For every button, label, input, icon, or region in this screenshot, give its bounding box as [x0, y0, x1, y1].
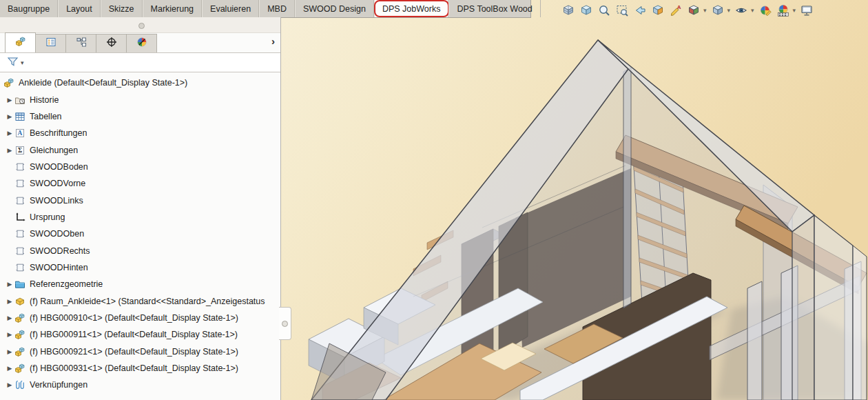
propertymanager-icon	[45, 37, 56, 50]
assembly-icon	[14, 363, 26, 374]
view-orientation-icon[interactable]	[686, 3, 701, 18]
assembly-icon	[14, 312, 26, 323]
expand-arrow-icon[interactable]: ▶	[6, 147, 14, 154]
expand-arrow-icon[interactable]: ▶	[6, 113, 14, 120]
apply-scene-icon[interactable]	[776, 3, 791, 18]
tree-item-f[interactable]: ▶(f) HBG000921<1> (Default<Default_Displ…	[0, 343, 280, 360]
tree-item-swoodboden[interactable]: SWOODBoden	[0, 159, 280, 175]
equations-icon: Σ	[14, 144, 26, 156]
dimxpertmanager-icon	[106, 37, 117, 50]
tree-item-swoodlinks[interactable]: SWOODLinks	[0, 192, 280, 208]
tree-item-label: Gleichungen	[30, 146, 78, 155]
section-view-icon[interactable]	[650, 3, 665, 18]
zoom-to-area-icon[interactable]	[614, 3, 630, 18]
ribbon-tab-evaluieren[interactable]: Evaluieren	[202, 0, 259, 17]
tree-item-swoodhinten[interactable]: SWOODHinten	[0, 259, 280, 276]
tree-item-ankleide[interactable]: Ankleide (Default<Default_Display State-…	[0, 74, 280, 91]
tree-item-tabellen[interactable]: ▶Tabellen	[0, 108, 280, 125]
tree-item-referenzgeometrie[interactable]: ▶Referenzgeometrie	[0, 276, 280, 292]
tree-item-gleichungen[interactable]: ▶ΣGleichungen	[0, 141, 280, 158]
dimxpertmanager-tab[interactable]	[96, 34, 127, 52]
splitter-knob-icon[interactable]	[282, 321, 288, 327]
tree-item-historie[interactable]: ▶Historie	[0, 91, 280, 108]
expand-arrow-icon[interactable]: ▶	[6, 381, 14, 388]
configurationmanager-icon	[76, 37, 87, 50]
tree-item-beschriftungen[interactable]: ▶ABeschriftungen	[0, 125, 280, 141]
tree-item-ursprung[interactable]: Ursprung	[0, 209, 280, 226]
ribbon-tab-swood-design[interactable]: SWOOD Design	[295, 0, 374, 17]
configurationmanager-tab[interactable]	[65, 34, 96, 52]
panel-top-splitter[interactable]	[0, 17, 280, 33]
edit-appearance-icon[interactable]	[758, 3, 773, 18]
tree-item-f[interactable]: ▶(f) HBG000910<1> (Default<Default_Displ…	[0, 310, 280, 326]
tree-item-swoodoben[interactable]: SWOODOben	[0, 226, 280, 242]
folder-icon	[14, 279, 26, 290]
tree-item-label: (f) Raum_Ankleide<1> (Standard<<Standard…	[30, 297, 265, 306]
propertymanager-tab[interactable]	[35, 34, 66, 52]
expand-arrow-icon[interactable]: ▶	[6, 314, 14, 321]
tree-item-f[interactable]: ▶(f) HBG000931<1> (Default<Default_Displ…	[0, 360, 280, 377]
ribbon-tab-dps-jobworks[interactable]: DPS JobWorks	[374, 0, 449, 17]
zoom-to-fit-icon[interactable]	[561, 3, 576, 18]
ribbon-tab-bar: BaugruppeLayoutSkizzeMarkierungEvaluiere…	[0, 0, 531, 18]
featuremanager-tab[interactable]	[5, 32, 36, 52]
solidworks-window: BaugruppeLayoutSkizzeMarkierungEvaluiere…	[0, 0, 868, 400]
plane-icon	[14, 228, 26, 240]
displaymanager-tab[interactable]	[126, 34, 157, 52]
svg-text:A: A	[18, 130, 23, 137]
svg-text:Σ: Σ	[18, 147, 22, 154]
origin-icon	[14, 211, 26, 223]
expand-arrow-icon[interactable]: ▶	[6, 281, 14, 288]
feature-tree: Ankleide (Default<Default_Display State-…	[0, 72, 280, 400]
ribbon-tab-mbd[interactable]: MBD	[259, 0, 295, 17]
expand-arrow-icon[interactable]: ▶	[6, 130, 14, 137]
tree-item-f[interactable]: ▶(f) HBG000911<1> (Default<Default_Displ…	[0, 326, 280, 343]
plane-icon	[14, 245, 26, 257]
previous-view-icon[interactable]	[632, 3, 648, 18]
ribbon-tab-markierung[interactable]: Markierung	[143, 0, 203, 17]
zoom-in-icon[interactable]	[597, 3, 612, 18]
ribbon-tab-skizze[interactable]: Skizze	[101, 0, 143, 17]
expand-arrow-icon[interactable]: ▶	[6, 298, 14, 305]
splitter-knob-icon[interactable]	[138, 23, 145, 29]
expand-arrow-icon[interactable]: ▶	[6, 97, 14, 103]
ribbon-tab-baugruppe[interactable]: Baugruppe	[0, 0, 58, 17]
dropdown-caret-icon[interactable]: ▾	[793, 7, 796, 14]
tree-item-label: SWOODRechts	[30, 246, 90, 256]
tree-item-label: (f) HBG000921<1> (Default<Default_Displa…	[30, 347, 238, 357]
tree-item-label: Ankleide (Default<Default_Display State-…	[19, 78, 187, 88]
expand-arrow-icon[interactable]: ▶	[6, 331, 14, 338]
dropdown-caret-icon[interactable]: ▾	[703, 7, 707, 14]
panel-side-splitter-handle[interactable]	[279, 307, 291, 340]
tree-item-swoodvorne[interactable]: SWOODVorne	[0, 175, 280, 192]
svg-text:A: A	[677, 4, 681, 10]
tree-item-verkn-pfungen[interactable]: ▶Verknüpfungen	[0, 377, 280, 393]
featuremanager-panel: › ▾ Ankleide (Default<Default_Display St…	[0, 17, 281, 400]
tree-filter-bar[interactable]: ▾	[0, 52, 280, 72]
dropdown-caret-icon[interactable]: ▾	[751, 7, 754, 14]
tree-item-label: SWOODBoden	[30, 162, 88, 172]
featuremanager-icon	[15, 36, 26, 50]
tree-item-f[interactable]: ▶(f) Raum_Ankleide<1> (Standard<<Standar…	[0, 292, 280, 309]
plane-icon	[14, 178, 26, 190]
plane-icon	[14, 161, 26, 172]
displaymanager-icon	[136, 37, 147, 50]
dropdown-caret-icon[interactable]: ▾	[727, 7, 731, 14]
filter-funnel-icon[interactable]	[7, 56, 19, 70]
tree-item-label: Tabellen	[30, 112, 62, 121]
ribbon-tab-layout[interactable]: Layout	[58, 0, 101, 17]
ribbon-tab-dps-toolbox-wood[interactable]: DPS ToolBox Wood	[448, 0, 540, 17]
expand-arrow-icon[interactable]: ▶	[6, 365, 14, 372]
annotation-view-icon[interactable]: A	[668, 3, 683, 18]
filter-dropdown-caret-icon[interactable]: ▾	[21, 59, 24, 66]
tree-item-swoodrechts[interactable]: SWOODRechts	[0, 242, 280, 259]
view-settings-icon[interactable]	[799, 3, 814, 18]
mates-icon	[14, 379, 26, 391]
panel-expand-chevron-icon[interactable]: ›	[271, 35, 275, 47]
plane-icon	[14, 194, 26, 206]
isometric-cube-icon[interactable]	[579, 3, 594, 18]
tree-item-label: (f) HBG000910<1> (Default<Default_Displa…	[30, 313, 238, 323]
hide-show-items-icon[interactable]	[734, 3, 749, 18]
display-style-icon[interactable]	[710, 3, 725, 18]
expand-arrow-icon[interactable]: ▶	[6, 348, 14, 355]
